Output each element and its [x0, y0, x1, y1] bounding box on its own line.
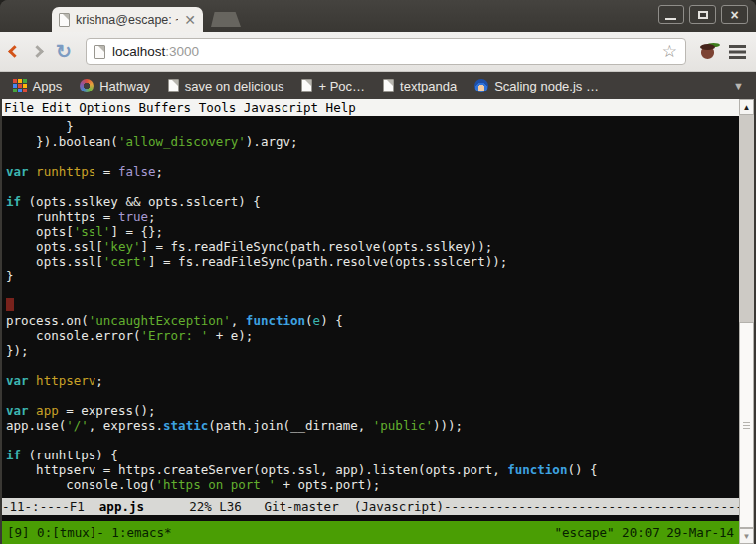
code-line: [6, 358, 739, 373]
tab-close-icon[interactable]: ✕: [184, 13, 196, 27]
code-line: if (runhttps) {: [6, 448, 739, 462]
code-line: runhttps = true;: [6, 209, 739, 224]
window-titlebar[interactable]: krishna@escape: ~ ✕ ×: [0, 0, 756, 32]
terminal-page: File Edit Options Buffers Tools Javascri…: [2, 99, 739, 544]
code-line: [6, 179, 739, 194]
code-line: [6, 433, 739, 448]
code-line: [6, 149, 739, 164]
emacs-modeline: -11-:----F1 app.js 22% L36 Git-master (J…: [2, 498, 739, 515]
close-icon: ×: [730, 9, 738, 21]
browser-toolbar: ↻ localhost:3000 ☆: [0, 32, 756, 72]
bookmark-label: + Poc…: [318, 79, 365, 93]
code-line: var runhttps = false;: [6, 164, 739, 179]
code-line: app.use('/', express.static(path.join(__…: [6, 418, 739, 433]
tmux-right: "escape" 20:07 29-Mar-14: [554, 525, 734, 540]
bookmark-poc[interactable]: + Poc…: [294, 74, 372, 97]
code-line: opts['ssl'] = {};: [6, 224, 739, 239]
code-line: httpserv = https.createServer(opts.ssl, …: [6, 462, 739, 477]
bookmark-scaling-node-js[interactable]: Scaling node.js …: [468, 74, 606, 97]
page-icon: [301, 79, 312, 92]
code-line: }).boolean('allow_discovery').argv;: [6, 134, 739, 149]
code-line: });: [6, 343, 739, 358]
bookmark-label: save on delicious: [185, 79, 284, 93]
code-line: [6, 388, 739, 403]
code-line: console.error('Error: ' + e);: [6, 328, 739, 343]
window-controls: ×: [658, 5, 748, 24]
new-tab-button[interactable]: [211, 12, 241, 27]
code-line: process.on('uncaughtException', function…: [6, 313, 739, 328]
bookmark-label: Apps: [33, 79, 63, 93]
back-button[interactable]: [8, 45, 21, 58]
tmux-statusbar: [9] 0:[tmux]- 1:emacs* "escape" 20:07 29…: [2, 521, 739, 544]
tab-title: krishna@escape: ~: [76, 13, 178, 27]
browser-tab[interactable]: krishna@escape: ~ ✕: [52, 7, 203, 32]
browser-window: krishna@escape: ~ ✕ × ↻ localhost:3000 ☆…: [0, 0, 756, 544]
code-line: console.log('https on port ' + opts.port…: [6, 477, 739, 492]
scrollbar[interactable]: ▲ ▼: [739, 99, 754, 544]
page-content: File Edit Options Buffers Tools Javascri…: [2, 99, 754, 544]
forward-button[interactable]: [31, 45, 44, 58]
page-icon: [168, 79, 179, 92]
minimize-icon: [665, 18, 676, 20]
emacs-menubar[interactable]: File Edit Options Buffers Tools Javascri…: [2, 99, 739, 116]
hathway-favicon: [80, 79, 94, 92]
reload-button[interactable]: ↻: [56, 42, 72, 61]
megaman-favicon: [474, 79, 488, 92]
bookmark-apps[interactable]: Apps: [6, 74, 69, 97]
code-editor[interactable]: } }).boolean('allow_discovery').argv;var…: [2, 116, 739, 498]
code-line: var httpserv;: [6, 373, 739, 388]
code-line: [6, 283, 739, 298]
code-line: var app = express();: [6, 403, 739, 418]
scrollbar-thumb[interactable]: [739, 322, 754, 529]
url-host: localhost: [112, 44, 165, 59]
code-line: if (opts.sslkey && opts.sslcert) {: [6, 194, 739, 209]
close-button[interactable]: ×: [721, 5, 748, 24]
code-line: [6, 298, 739, 313]
url-port: :3000: [165, 44, 199, 59]
code-line: -11-:----F1 app.js 22% L36 Git-master (J…: [2, 498, 739, 515]
url-input[interactable]: localhost:3000: [112, 44, 656, 59]
bookmark-textpanda[interactable]: textpanda: [376, 74, 464, 97]
scrollbar-track[interactable]: [739, 115, 754, 528]
page-security-icon: [94, 45, 105, 59]
bookmark-save-on-delicious[interactable]: save on delicious: [161, 74, 291, 97]
bookmark-label: textpanda: [400, 79, 457, 93]
scroll-down-icon[interactable]: ▼: [739, 528, 754, 544]
bookmark-label: Scaling node.js …: [494, 79, 599, 93]
bookmark-hathway[interactable]: Hathway: [73, 74, 157, 97]
scrollbar-grip: [743, 425, 750, 426]
text-cursor: [6, 298, 14, 311]
minimize-button[interactable]: [658, 5, 684, 24]
maximize-button[interactable]: [689, 5, 716, 24]
apps-grid-icon: [13, 79, 17, 83]
bookmarks-overflow-chevron-icon[interactable]: ▼: [727, 80, 750, 91]
bookmark-label: Hathway: [99, 79, 150, 93]
page-icon: [383, 79, 394, 92]
code-line: }: [6, 269, 739, 283]
address-bar[interactable]: localhost:3000 ☆: [86, 38, 686, 65]
bookmark-star-icon[interactable]: ☆: [662, 41, 677, 62]
acorn-extension-icon[interactable]: [700, 43, 715, 60]
code-line: opts.ssl['key'] = fs.readFileSync(path.r…: [6, 239, 739, 254]
tmux-left: [9] 0:[tmux]- 1:emacs*: [7, 525, 172, 540]
bookmarks-bar: AppsHathwaysave on delicious+ Poc…textpa…: [0, 72, 756, 99]
hamburger-menu-icon[interactable]: [729, 45, 746, 48]
code-line: opts.ssl['cert'] = fs.readFileSync(path.…: [6, 254, 739, 269]
scroll-up-icon[interactable]: ▲: [739, 99, 754, 115]
tab-favicon-icon: [59, 13, 70, 27]
maximize-icon: [698, 11, 708, 19]
code-line: }: [6, 119, 739, 134]
